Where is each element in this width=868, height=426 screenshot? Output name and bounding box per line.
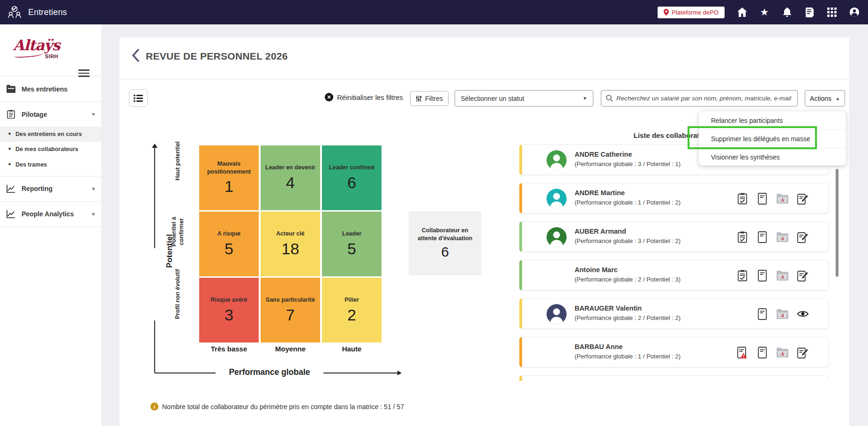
status-select[interactable]: Sélectionner un statut ▼ <box>455 90 593 106</box>
platform-badge[interactable]: Plateforme dePO <box>658 7 725 18</box>
folder-pdf-icon[interactable]: A <box>777 346 788 358</box>
avatar <box>546 189 567 209</box>
collaborator-details: (Performance globale : 2 / Potentiel : 2… <box>575 314 681 321</box>
eye-icon[interactable] <box>797 308 808 320</box>
folder-icon <box>7 84 15 93</box>
clipboard-check-icon[interactable] <box>736 269 748 281</box>
sidebar-item-reporting[interactable]: Reporting ▾ <box>0 176 101 201</box>
matrix-row-label: Haut potentiel <box>174 135 182 187</box>
chevron-down-icon: ▾ <box>92 111 95 117</box>
x-axis-label: Performance globale <box>216 367 323 377</box>
sidebar: Altaÿs SIRH Mes entretiens Pilotage ▾ • … <box>0 24 101 426</box>
collaborator-card[interactable]: BARAUGER Valentin (Performance globale :… <box>519 298 829 329</box>
menu-item-supprimer-delegues[interactable]: Supprimer les délégués en masse <box>699 129 846 148</box>
matrix-cell[interactable]: Acteur clé 18 <box>261 212 320 276</box>
filters-button[interactable]: Filtres <box>410 91 449 106</box>
svg-text:A: A <box>780 351 784 357</box>
avatar <box>546 304 567 324</box>
edit-icon[interactable] <box>797 192 808 205</box>
sidebar-item-de-mes-collaborateurs[interactable]: • De mes collaborateurs <box>0 142 101 157</box>
matrix-cell[interactable]: Leader 5 <box>322 212 382 276</box>
menu-item-visionner-syntheses[interactable]: Visionner les synthèses <box>699 148 846 166</box>
chevron-down-icon: ▾ <box>92 186 95 192</box>
collaborator-card[interactable]: BARBAU Anne (Performance globale : 1 / P… <box>519 337 829 367</box>
pending-evaluation-box[interactable]: Collaborateur en attente d'évaluation 6 <box>409 211 481 275</box>
folder-pdf-icon[interactable]: A <box>777 269 788 281</box>
document-icon[interactable] <box>756 269 768 281</box>
collaborator-details: (Performance globale : 2 / Potentiel : 3… <box>575 276 681 283</box>
matrix-cell[interactable]: Pilier 2 <box>322 278 382 342</box>
collaborator-details: (Performance globale : 3 / Potentiel : 1… <box>575 160 681 167</box>
matrix-row-label: Profil non évolutif <box>174 268 182 320</box>
star-icon[interactable]: ★ <box>759 7 770 17</box>
svg-text:A: A <box>780 198 784 203</box>
actions-button[interactable]: Actions ▲ <box>805 90 845 106</box>
sidebar-item-pilotage[interactable]: Pilotage ▾ <box>0 102 101 127</box>
chart-line-icon <box>7 184 15 193</box>
matrix-cell[interactable]: Leader confirmé 6 <box>322 145 382 210</box>
list-scrollbar[interactable] <box>836 169 838 277</box>
collaborator-card[interactable]: Antoine Marc (Performance globale : 2 / … <box>519 260 829 290</box>
bell-icon[interactable] <box>782 7 792 17</box>
search-input[interactable] <box>616 95 793 102</box>
folder-pdf-icon[interactable]: A <box>777 231 788 243</box>
collaborator-card[interactable]: ANDRE Martine (Performance globale : 1 /… <box>519 183 829 213</box>
document-icon[interactable] <box>756 231 768 243</box>
collaborator-card[interactable]: AUBER Armand (Performance globale : 3 / … <box>519 221 829 252</box>
back-icon[interactable] <box>132 49 139 64</box>
menu-item-relancer[interactable]: Relancer les participants <box>699 111 846 129</box>
x-axis-line <box>322 373 397 373</box>
svg-text:A: A <box>780 236 784 241</box>
list-view-button[interactable] <box>129 89 148 107</box>
document-alert-icon[interactable] <box>736 346 748 358</box>
folder-pdf-icon[interactable]: A <box>777 192 788 205</box>
home-icon[interactable] <box>737 7 747 17</box>
clipboard-check-icon[interactable] <box>736 231 748 243</box>
document-icon[interactable] <box>756 308 768 320</box>
matrix-cell[interactable]: Risque avéré 3 <box>199 278 259 342</box>
folder-pdf-icon[interactable]: A <box>777 308 788 320</box>
people-check-icon <box>7 4 22 20</box>
matrix-col-label: Moyenne <box>261 345 320 353</box>
svg-text:A: A <box>780 274 784 280</box>
collaborator-card-partial[interactable] <box>519 375 829 381</box>
x-axis-line <box>155 373 217 373</box>
matrix-cell[interactable]: Sans particularité 7 <box>261 278 320 342</box>
document-icon[interactable] <box>756 192 768 205</box>
sidebar-item-des-trames[interactable]: • Des trames <box>0 157 101 172</box>
collaborator-name: AUBER Armand <box>575 228 626 235</box>
edit-icon[interactable] <box>797 346 808 358</box>
account-icon[interactable] <box>849 7 860 17</box>
sidebar-item-people-analytics[interactable]: People Analytics ▾ <box>0 202 101 227</box>
topbar: Entretiens Plateforme dePO ★ <box>0 0 868 24</box>
x-axis-arrow <box>397 371 402 375</box>
reset-filters-button[interactable]: ✕ Réinitialiser les filtres <box>325 93 403 101</box>
notes-icon[interactable] <box>804 7 815 17</box>
sidebar-item-des-entretiens-en-cours[interactable]: • Des entretiens en cours <box>0 127 101 142</box>
circle-x-icon: ✕ <box>325 93 333 101</box>
apps-grid-icon[interactable] <box>827 7 837 17</box>
matrix-cell[interactable]: Leader en devenir 4 <box>261 145 320 210</box>
matrix-col-label: Haute <box>322 345 382 353</box>
matrix-cell[interactable]: Mauvais positionnement 1 <box>199 145 259 210</box>
bullet-list-icon <box>134 94 143 102</box>
clipboard-icon <box>7 110 15 119</box>
collaborator-name: BARAUGER Valentin <box>575 304 642 312</box>
app-title: Entretiens <box>28 8 67 17</box>
document-icon[interactable] <box>756 346 768 358</box>
clipboard-check-icon[interactable] <box>736 192 748 205</box>
edit-icon[interactable] <box>797 269 808 281</box>
chevron-down-icon: ▾ <box>92 211 95 217</box>
collaborator-name: BARBAU Anne <box>575 343 623 350</box>
avatar <box>546 227 567 247</box>
matrix-cell[interactable]: A risque 5 <box>199 212 259 276</box>
altays-logo-sub: SIRH <box>45 53 58 59</box>
chevron-down-icon: ▼ <box>583 96 587 101</box>
collaborator-details: (Performance globale : 1 / Potentiel : 2… <box>575 199 681 206</box>
sliders-icon <box>416 96 422 102</box>
info-icon: i <box>150 403 158 411</box>
sidebar-item-mes-entretiens[interactable]: Mes entretiens <box>0 76 101 101</box>
edit-icon[interactable] <box>797 231 808 243</box>
search-box <box>601 90 798 106</box>
location-pin-icon <box>664 9 669 15</box>
